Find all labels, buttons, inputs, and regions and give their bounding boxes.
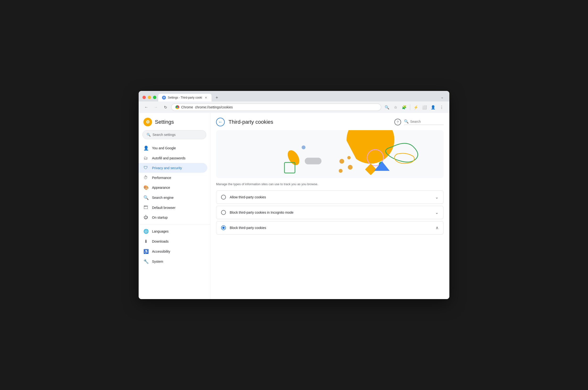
maximize-traffic-light[interactable] <box>153 96 156 99</box>
page-search[interactable]: 🔍 <box>404 119 444 125</box>
radio-option-block-incognito-header[interactable]: Block third-party cookies in Incognito m… <box>216 206 443 219</box>
sidebar-item-system[interactable]: 🔧 System <box>139 256 207 267</box>
back-button[interactable]: ← <box>142 103 150 111</box>
settings-title: Settings <box>155 119 174 125</box>
extensions-button[interactable]: 🧩 <box>400 103 408 111</box>
address-bar[interactable]: Chrome chrome://settings/cookies <box>171 103 381 111</box>
sidebar-item-label: Privacy and security <box>152 166 182 170</box>
cookie-illustration <box>216 130 444 178</box>
page-title: Third-party cookies <box>229 119 273 125</box>
bookmark-button[interactable]: ☆ <box>392 103 399 111</box>
search-icon: 🔍 <box>404 119 409 124</box>
svg-point-5 <box>339 159 344 164</box>
sidebar-item-downloads[interactable]: ⬇ Downloads <box>139 236 207 246</box>
active-tab[interactable]: ⚙ Settings - Third-party cooki ✕ <box>158 94 212 101</box>
sidebar-item-on-startup[interactable]: ⏻ On startup <box>139 212 207 222</box>
address-url: chrome://settings/cookies <box>195 105 233 109</box>
sidebar-item-label: Autofill and passwords <box>152 156 186 160</box>
page-header-left: ← Third-party cookies <box>216 118 273 126</box>
accessibility-icon: ♿ <box>143 249 148 254</box>
performance-icon: ⏱ <box>143 175 148 180</box>
languages-icon: 🌐 <box>143 229 148 234</box>
sidebar-item-languages[interactable]: 🌐 Languages <box>139 226 207 236</box>
traffic-lights <box>142 96 156 101</box>
svg-point-6 <box>348 165 353 170</box>
svg-rect-3 <box>305 158 321 164</box>
svg-point-1 <box>302 146 306 149</box>
radio-button-block-all[interactable] <box>221 225 226 230</box>
appearance-icon: 🎨 <box>143 185 148 190</box>
sidebar-item-label: Downloads <box>152 240 168 243</box>
radio-label-block-all: Block third-party cookies <box>230 226 435 230</box>
sidebar-item-label: Languages <box>152 230 168 233</box>
sidebar-item-accessibility[interactable]: ♿ Accessibility <box>139 246 207 256</box>
system-icon: 🔧 <box>143 259 148 264</box>
performance-button[interactable]: ⚡ <box>412 103 420 111</box>
page-description: Manage the types of information sites ca… <box>216 182 444 187</box>
settings-logo: ⚙ <box>143 118 152 126</box>
svg-point-8 <box>347 156 351 159</box>
reload-button[interactable]: ↻ <box>161 103 169 111</box>
startup-icon: ⏻ <box>143 215 148 220</box>
toolbar-right-buttons: 🔍 ☆ 🧩 ⚡ ⬜ 👤 ⋮ <box>383 103 446 111</box>
forward-button[interactable]: → <box>152 103 160 111</box>
sidebar-search[interactable]: 🔍 Search settings <box>142 130 206 139</box>
settings-header: ⚙ Settings <box>139 118 210 130</box>
title-bar: ⚙ Settings - Third-party cooki ✕ + ⌄ <box>139 91 449 101</box>
sidebar-item-autofill[interactable]: 🗂 Autofill and passwords <box>139 153 207 163</box>
radio-button-allow[interactable] <box>221 195 226 199</box>
sidebar-item-label: Search engine <box>152 196 174 199</box>
browser-icon: 🗔 <box>143 205 148 210</box>
profile-button[interactable]: 👤 <box>429 103 437 111</box>
minimize-traffic-light[interactable] <box>148 96 151 99</box>
radio-label-block-incognito: Block third-party cookies in Incognito m… <box>230 211 435 214</box>
search-icon: 🔍 <box>147 133 151 137</box>
sidebar-item-label: System <box>152 260 163 263</box>
sidebar-item-label: Accessibility <box>152 249 170 253</box>
tab-strip-expand-button[interactable]: ⌄ <box>439 94 446 100</box>
sidebar-item-search-engine[interactable]: 🔍 Search engine <box>139 193 207 203</box>
sidebar-item-label: Appearance <box>152 186 170 190</box>
chrome-icon <box>175 105 179 109</box>
sidebar-item-label: On startup <box>152 216 167 219</box>
sidebar-item-default-browser[interactable]: 🗔 Default browser <box>139 203 207 212</box>
sidebar-item-privacy[interactable]: 🛡 Privacy and security <box>139 163 207 173</box>
new-tab-button[interactable]: + <box>213 94 220 101</box>
autofill-icon: 🗂 <box>143 155 148 160</box>
chevron-down-icon: ⌄ <box>435 195 439 200</box>
search-engine-icon: 🔍 <box>143 195 148 200</box>
radio-option-block-all-header[interactable]: Block third-party cookies ∧ <box>216 221 443 234</box>
zoom-button[interactable]: 🔍 <box>383 103 391 111</box>
radio-option-allow-header[interactable]: Allow third-party cookies ⌄ <box>216 191 443 204</box>
chevron-down-icon: ⌄ <box>435 210 439 215</box>
menu-button[interactable]: ⋮ <box>438 103 446 111</box>
person-icon: 👤 <box>143 146 148 151</box>
svg-point-7 <box>339 169 343 173</box>
sidebar-item-appearance[interactable]: 🎨 Appearance <box>139 183 207 193</box>
content-area: ← Third-party cookies ? 🔍 <box>210 113 449 299</box>
back-button[interactable]: ← <box>216 118 225 126</box>
main-area: ⚙ Settings 🔍 Search settings 👤 You and G… <box>139 113 449 299</box>
address-chrome-label: Chrome <box>181 105 193 109</box>
radio-option-block-incognito[interactable]: Block third-party cookies in Incognito m… <box>216 206 444 219</box>
search-input[interactable] <box>410 120 444 123</box>
sidebar-item-label: Performance <box>152 176 171 180</box>
close-traffic-light[interactable] <box>142 96 146 99</box>
sidebar: ⚙ Settings 🔍 Search settings 👤 You and G… <box>139 113 210 299</box>
browser-window: ⚙ Settings - Third-party cooki ✕ + ⌄ ← →… <box>139 91 449 299</box>
shield-icon: 🛡 <box>143 165 148 170</box>
browser-toolbar: ← → ↻ Chrome chrome://settings/cookies 🔍… <box>139 101 449 113</box>
radio-button-block-incognito[interactable] <box>221 210 226 215</box>
help-button[interactable]: ? <box>394 119 401 125</box>
sidebar-item-performance[interactable]: ⏱ Performance <box>139 173 207 183</box>
tab-close-button[interactable]: ✕ <box>204 96 208 99</box>
split-view-button[interactable]: ⬜ <box>421 103 428 111</box>
tab-title: Settings - Third-party cooki <box>168 96 202 99</box>
radio-option-block-all[interactable]: Block third-party cookies ∧ <box>216 221 444 235</box>
chevron-up-icon: ∧ <box>435 225 439 230</box>
radio-option-allow[interactable]: Allow third-party cookies ⌄ <box>216 191 444 204</box>
sidebar-item-you-and-google[interactable]: 👤 You and Google <box>139 143 207 153</box>
downloads-icon: ⬇ <box>143 239 148 244</box>
sidebar-item-label: You and Google <box>152 146 176 150</box>
tab-favicon: ⚙ <box>162 96 166 99</box>
